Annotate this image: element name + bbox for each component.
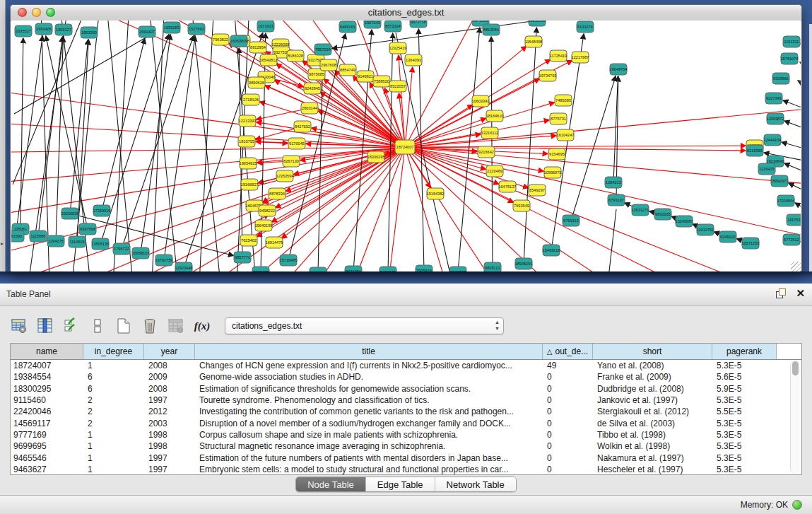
tab-edge-table[interactable]: Edge Table xyxy=(366,477,435,491)
graph-node[interactable]: 1284213 xyxy=(605,177,622,188)
graph-node[interactable]: 2718126 xyxy=(242,94,259,105)
graph-edge[interactable] xyxy=(784,163,801,177)
graph-node[interactable]: 15154382 xyxy=(427,188,445,199)
graph-edge[interactable] xyxy=(282,147,405,238)
graph-edge[interactable] xyxy=(405,107,801,147)
column-header-title[interactable]: title xyxy=(195,344,543,359)
graph-node[interactable]: 2803144 xyxy=(301,103,318,114)
graph-node[interactable]: 9242845 xyxy=(304,83,321,94)
graph-edge[interactable] xyxy=(608,209,616,271)
graph-node[interactable]: 1853350 xyxy=(81,27,98,38)
graph-edge[interactable] xyxy=(20,38,23,229)
graph-node[interactable]: 10475137 xyxy=(499,181,517,192)
graph-node[interactable]: 7485083 xyxy=(555,95,572,106)
graph-node[interactable]: 12217987 xyxy=(572,52,589,63)
graph-node[interactable]: 9572718 xyxy=(410,21,427,28)
graph-node[interactable]: 11548408 xyxy=(525,36,542,47)
graph-node[interactable]: 2967608 xyxy=(320,59,337,71)
graph-node[interactable]: 9828121 xyxy=(484,262,501,271)
window-resize-grip[interactable] xyxy=(791,262,801,271)
graph-node[interactable]: 2691407 xyxy=(139,26,155,37)
table-row[interactable]: 1830029562008Estimation of significance … xyxy=(11,383,801,395)
column-header-name[interactable]: name xyxy=(11,344,83,359)
graph-node[interactable]: 9046387 xyxy=(449,267,466,271)
graph-node[interactable]: 1294275 xyxy=(47,235,64,247)
graph-node[interactable]: 7963822 xyxy=(212,34,229,45)
graph-edge[interactable] xyxy=(405,136,556,147)
graph-node[interactable]: 2035527 xyxy=(15,25,32,37)
graph-node[interactable]: 7593549 xyxy=(513,200,530,211)
column-header-year[interactable]: year xyxy=(144,344,195,359)
graph-node[interactable]: 1965327 xyxy=(55,24,72,35)
graph-edge[interactable] xyxy=(784,121,801,134)
table-settings-button[interactable] xyxy=(10,317,28,335)
graph-node[interactable]: 19166827 xyxy=(241,179,259,190)
graph-node[interactable]: 15716485 xyxy=(280,255,298,266)
side-panel-edge[interactable]: ▸ xyxy=(0,0,6,284)
graph-node[interactable]: 12444154 xyxy=(764,134,782,146)
graph-edge[interactable] xyxy=(13,21,85,185)
graph-edge[interactable] xyxy=(11,121,405,147)
graph-node[interactable]: 19734793 xyxy=(539,70,557,81)
graph-node[interactable]: 8549297 xyxy=(529,185,546,196)
graph-node[interactable]: 10996975 xyxy=(544,167,562,178)
graph-edge[interactable] xyxy=(782,142,801,153)
column-header-out-de[interactable]: △out_de... xyxy=(543,344,593,359)
graph-node[interactable]: 16782759 xyxy=(155,255,173,266)
network-table-select[interactable]: citations_edges.txt ▲▼ xyxy=(225,317,504,334)
graph-node[interactable]: 9857771 xyxy=(234,252,251,263)
table-row[interactable]: 1938455462009Genome-wide association stu… xyxy=(11,371,801,382)
table-row[interactable]: 969969511998Structural magnetic resonanc… xyxy=(11,440,801,452)
graph-node[interactable]: 17016504 xyxy=(777,195,795,206)
graph-node[interactable]: 17359929 xyxy=(93,205,111,216)
graph-node[interactable]: 10603341 xyxy=(472,95,490,107)
citation-network-graph[interactable]: 1872400718300295224200469890626271812612… xyxy=(11,21,801,271)
graph-node[interactable]: 16648764 xyxy=(610,64,628,75)
graph-node[interactable]: 8131074 xyxy=(577,21,594,33)
panel-collapse-arrow[interactable]: ▸ xyxy=(1,240,4,247)
graph-node[interactable]: 2220469 xyxy=(486,165,503,177)
graph-node[interactable]: 8854749 xyxy=(339,64,356,76)
table-row[interactable]: 1456911722003Disruption of a novel membe… xyxy=(11,417,801,428)
graph-node[interactable]: 8793197 xyxy=(608,194,625,206)
graph-node[interactable]: 10571253 xyxy=(742,238,760,249)
graph-node[interactable]: 8427552 xyxy=(294,121,311,132)
graph-node[interactable]: 1567243 xyxy=(364,21,381,28)
table-vertical-scrollbar[interactable] xyxy=(790,361,800,474)
graph-edge[interactable] xyxy=(261,33,266,271)
graph-edge[interactable] xyxy=(783,100,801,114)
graph-edge[interactable] xyxy=(70,40,88,214)
select-rows-button[interactable] xyxy=(62,317,81,335)
table-row[interactable]: 2242004622012Investigating the contribut… xyxy=(11,406,801,417)
graph-node[interactable]: 8522057 xyxy=(389,81,406,92)
graph-node[interactable]: 12325419 xyxy=(389,42,407,54)
graph-node[interactable]: 1167531 xyxy=(787,214,801,226)
graph-node[interactable]: 9216642 xyxy=(478,146,495,158)
graph-node[interactable]: 7857224 xyxy=(314,44,331,55)
graph-node[interactable]: 9227343 xyxy=(765,93,782,104)
graph-node[interactable]: 7905916 xyxy=(416,265,433,271)
float-panel-icon[interactable] xyxy=(776,288,786,298)
graph-node[interactable]: 391590 xyxy=(11,230,24,242)
graph-node[interactable]: 1114519 xyxy=(69,236,86,247)
graph-node[interactable]: 1115686 xyxy=(30,230,47,242)
scrollbar-thumb[interactable] xyxy=(792,361,799,375)
table-row[interactable]: 1872400712008Changes of HCN gene express… xyxy=(11,360,801,371)
network-canvas[interactable]: 1872400718300295224200469890626271812612… xyxy=(11,21,801,271)
graph-node[interactable]: 9498222 xyxy=(259,205,276,216)
column-header-pagerank[interactable]: pagerank xyxy=(712,344,777,359)
graph-node[interactable]: 1126415 xyxy=(758,163,775,175)
graph-node[interactable]: 8401349 xyxy=(379,267,396,271)
graph-node[interactable]: 15751074 xyxy=(781,53,799,64)
table-row[interactable]: 946554611997Estimation of the future num… xyxy=(11,452,801,463)
graph-node[interactable]: 8572324 xyxy=(384,21,401,32)
graph-node[interactable]: 12213393 xyxy=(239,115,257,127)
graph-node[interactable]: 11012751 xyxy=(697,224,714,235)
graph-node[interactable]: 1071913 xyxy=(257,21,274,32)
new-table-button[interactable] xyxy=(114,317,133,335)
row-height-button[interactable] xyxy=(88,317,107,335)
graph-node[interactable]: 8215955 xyxy=(746,145,763,156)
graph-node[interactable]: 9154695 xyxy=(548,148,565,160)
graph-node[interactable]: 19218506 xyxy=(529,21,546,26)
graph-edge[interactable] xyxy=(16,36,42,236)
